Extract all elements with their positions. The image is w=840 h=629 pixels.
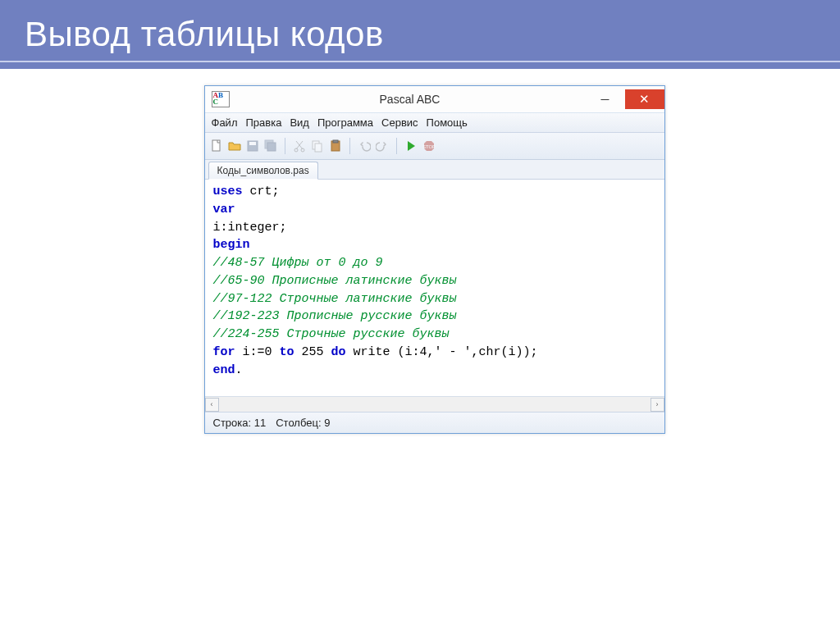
comment-line: //48-57 Цифры от 0 до 9	[213, 256, 383, 270]
new-file-icon[interactable]	[210, 139, 223, 153]
comment-line: //97-122 Строчные латинские буквы	[213, 292, 457, 306]
copy-icon[interactable]	[311, 139, 324, 153]
svg-rect-4	[267, 143, 276, 151]
svg-rect-10	[333, 140, 338, 143]
comment-line: //65-90 Прописные латинские буквы	[213, 274, 457, 288]
paste-icon[interactable]	[329, 139, 342, 153]
comment-line: //224-255 Строчные русские буквы	[213, 327, 450, 341]
menu-program[interactable]: Программа	[317, 116, 373, 129]
status-column: Столбец: 9	[276, 417, 330, 429]
menubar: Файл Правка Вид Программа Сервис Помощь	[205, 113, 664, 133]
toolbar-separator	[285, 138, 285, 154]
stop-icon[interactable]: STOP	[422, 139, 436, 153]
kw-uses: uses	[213, 185, 243, 198]
scroll-track[interactable]	[219, 398, 651, 412]
file-tab[interactable]: Коды_символов.pas	[208, 162, 318, 180]
slide-title: Вывод таблицы кодов	[25, 15, 815, 54]
run-icon[interactable]	[404, 139, 418, 153]
scroll-left-button[interactable]: ‹	[205, 398, 219, 412]
minimize-button[interactable]: ─	[586, 89, 625, 109]
slide-body: ABC Pascal ABC ─ ✕ Файл Правка Вид Прогр…	[53, 85, 815, 581]
titlebar: ABC Pascal ABC ─ ✕	[205, 86, 664, 113]
statusbar: Строка: 11 Столбец: 9	[205, 412, 664, 433]
code-editor[interactable]: uses crt; var i:integer; begin //48-57 Ц…	[205, 180, 664, 396]
svg-text:STOP: STOP	[422, 144, 436, 149]
header-underline	[0, 61, 840, 62]
kw-end: end	[213, 363, 235, 377]
menu-view[interactable]: Вид	[290, 116, 309, 129]
toolbar: STOP	[205, 133, 664, 160]
cut-icon[interactable]	[293, 139, 306, 153]
menu-service[interactable]: Сервис	[381, 116, 418, 129]
scroll-right-button[interactable]: ›	[651, 398, 664, 412]
save-icon[interactable]	[246, 139, 259, 153]
kw-var: var	[213, 203, 235, 217]
comment-line: //192-223 Прописные русские буквы	[213, 309, 457, 323]
undo-icon[interactable]	[358, 139, 371, 153]
tabbar: Коды_символов.pas	[205, 160, 664, 180]
menu-edit[interactable]: Правка	[245, 116, 281, 129]
menu-help[interactable]: Помощь	[427, 116, 468, 129]
kw-begin: begin	[213, 238, 250, 252]
horizontal-scrollbar[interactable]: ‹ ›	[205, 396, 664, 412]
open-file-icon[interactable]	[228, 139, 241, 153]
app-icon: ABC	[212, 91, 230, 107]
window-title: Pascal ABC	[235, 93, 586, 106]
svg-rect-8	[315, 144, 322, 152]
svg-rect-2	[249, 142, 256, 145]
toolbar-separator-2	[349, 138, 350, 154]
pascal-abc-window: ABC Pascal ABC ─ ✕ Файл Правка Вид Прогр…	[204, 85, 665, 434]
slide-header: Вывод таблицы кодов	[0, 0, 840, 69]
save-all-icon[interactable]	[264, 139, 277, 153]
redo-icon[interactable]	[376, 139, 389, 153]
svg-rect-0	[212, 140, 220, 151]
toolbar-separator-3	[396, 138, 397, 154]
menu-file[interactable]: Файл	[212, 116, 238, 129]
status-line: Строка: 11	[213, 417, 267, 429]
close-button[interactable]: ✕	[625, 89, 664, 109]
